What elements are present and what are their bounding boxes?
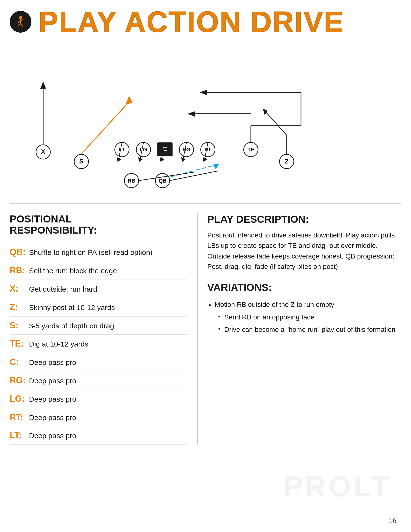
svg-text:RT: RT	[204, 147, 212, 152]
svg-marker-45	[263, 109, 268, 115]
svg-text:S: S	[79, 158, 84, 165]
right-column: PLAY DESCRIPTION: Post rout intended to …	[198, 214, 401, 445]
responsibility-item: RG:Deep pass pro	[10, 371, 188, 390]
svg-text:RB: RB	[128, 178, 135, 184]
svg-text:Z: Z	[285, 158, 289, 165]
header: PLAY ACTION DRIVE	[0, 0, 411, 39]
responsibility-item: QB:Shuffle to right on PA (sell read opt…	[10, 243, 188, 261]
svg-marker-47	[188, 112, 195, 117]
position-description: Shuffle to right on PA (sell read option…	[29, 248, 153, 257]
svg-line-4	[18, 24, 20, 26]
svg-text:QB: QB	[159, 178, 167, 184]
svg-text:X: X	[41, 148, 45, 155]
position-description: Sell the run; block the edge	[29, 266, 117, 276]
play-description-text: Post rout intended to drive safeties dow…	[207, 230, 401, 272]
svg-point-0	[19, 16, 22, 19]
responsibility-item: TE:Dig at 10-12 yards	[10, 335, 188, 353]
position-description: Deep pass pro	[29, 376, 76, 385]
svg-line-44	[265, 112, 287, 135]
position-description: Deep pass pro	[29, 358, 76, 367]
page-title: PLAY ACTION DRIVE	[39, 7, 344, 36]
variation-sub-item: Send RB on an opposing fade	[215, 312, 401, 323]
position-description: 3-5 yards of depth on drag	[29, 321, 114, 331]
svg-line-53	[170, 165, 215, 177]
svg-marker-40	[199, 90, 207, 95]
bottom-content: POSITIONAL RESPONSIBILITY: QB:Shuffle to…	[0, 214, 411, 445]
position-label: LT:	[10, 430, 29, 441]
position-label: C:	[10, 356, 29, 368]
player-icon	[14, 15, 27, 28]
responsibility-item: LT:Deep pass pro	[10, 426, 188, 445]
responsibility-item: RB:Sell the run; block the edge	[10, 261, 188, 280]
position-description: Dig at 10-12 yards	[29, 339, 88, 349]
position-description: Deep pass pro	[29, 394, 76, 404]
diagram-area: X S LT LG C RG	[0, 39, 411, 203]
position-label: LG:	[10, 393, 29, 405]
responsibility-item: RT:Deep pass pro	[10, 408, 188, 427]
page-number: 16	[389, 517, 396, 525]
position-label: RB:	[10, 265, 29, 276]
position-label: RG:	[10, 375, 29, 386]
positional-responsibility-section: POSITIONAL RESPONSIBILITY: QB:Shuffle to…	[10, 214, 198, 445]
variation-item: Motion RB outside of the Z to run emptyS…	[207, 299, 401, 335]
svg-text:LG: LG	[140, 147, 147, 152]
svg-text:RG: RG	[183, 147, 190, 152]
logo-circle	[10, 11, 31, 33]
position-label: TE:	[10, 338, 29, 349]
variations-heading: VARIATIONS:	[207, 282, 401, 293]
svg-marker-13	[125, 96, 133, 104]
svg-line-12	[82, 102, 129, 154]
positional-heading: POSITIONAL RESPONSIBILITY:	[10, 214, 188, 236]
position-description: Deep pass pro	[29, 413, 76, 422]
position-label: Z:	[10, 302, 29, 313]
responsibility-item: LG:Deep pass pro	[10, 390, 188, 408]
svg-marker-54	[213, 163, 220, 169]
play-diagram-svg: X S LT LG C RG	[15, 44, 396, 198]
svg-text:TE: TE	[248, 147, 254, 152]
position-description: Deep pass pro	[29, 431, 76, 440]
svg-marker-9	[40, 82, 46, 89]
position-label: RT:	[10, 412, 29, 423]
position-label: QB:	[10, 247, 29, 258]
responsibility-item: Z:Skinny post at 10-12 yards	[10, 298, 188, 316]
position-description: Get outside; run hard	[29, 284, 97, 294]
variations-list: Motion RB outside of the Z to run emptyS…	[207, 299, 401, 335]
play-description-heading: PLAY DESCRIPTION:	[207, 214, 401, 225]
section-divider	[10, 203, 401, 204]
responsibility-item: C:Deep pass pro	[10, 353, 188, 371]
watermark: PROLT	[283, 470, 392, 503]
variation-sub-item: Drive can become a "home run" play out o…	[215, 324, 401, 335]
responsibility-item: S:3-5 yards of depth on drag	[10, 316, 188, 335]
position-label: S:	[10, 320, 29, 331]
responsibility-list: QB:Shuffle to right on PA (sell read opt…	[10, 243, 188, 445]
svg-line-5	[20, 24, 23, 27]
responsibility-item: X:Get outside; run hard	[10, 280, 188, 298]
position-description: Skinny post at 10-12 yards	[29, 303, 115, 312]
position-label: X:	[10, 283, 29, 294]
